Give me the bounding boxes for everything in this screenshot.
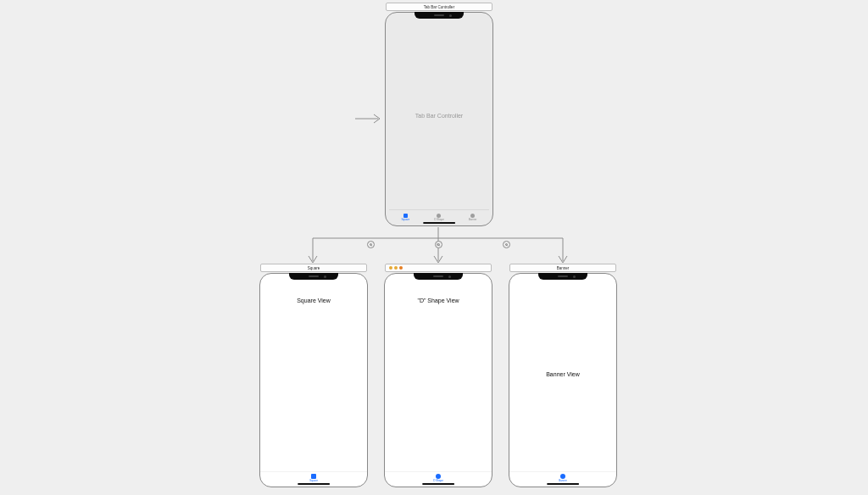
tab-item-square[interactable]: Square <box>401 214 409 221</box>
tab-bar[interactable]: Banner <box>509 471 616 482</box>
home-indicator <box>423 222 455 224</box>
view-title-label: Square View <box>260 298 367 303</box>
tab-bar[interactable]: Square D Shape Banner <box>389 209 489 221</box>
view-title-label: Banner View <box>509 371 616 377</box>
tab-label: D Shape <box>434 219 444 221</box>
tab-item[interactable]: Square <box>309 474 318 482</box>
home-indicator <box>298 483 330 485</box>
traffic-light-icon <box>389 266 392 270</box>
device-notch <box>538 273 587 280</box>
home-indicator <box>422 483 454 485</box>
segue-badge-icon[interactable] <box>503 241 510 248</box>
device-square[interactable]: Square View Square <box>259 273 368 487</box>
tab-bar[interactable]: D Shape <box>385 471 492 482</box>
segue-badge-icon[interactable] <box>435 241 442 248</box>
scene-title-bar[interactable]: Square <box>260 264 367 272</box>
scene-title-bar[interactable]: Tab Bar Controller <box>386 3 492 11</box>
device-notch <box>289 273 338 280</box>
scene-title-bar[interactable]: Banner <box>509 264 616 272</box>
tab-label: Square <box>401 219 409 221</box>
tab-label: Banner <box>559 480 567 482</box>
scene-title-bar-active[interactable] <box>385 264 492 272</box>
device-notch <box>414 273 463 280</box>
scene-root[interactable]: Tab Bar Controller Tab Bar Controller Sq… <box>385 3 493 226</box>
tab-label: D Shape <box>433 480 443 482</box>
scene-title-label: Banner <box>557 266 570 270</box>
traffic-light-icon <box>399 266 403 270</box>
scene-banner[interactable]: Banner Banner View Banner <box>509 264 617 487</box>
view-placeholder-label: Tab Bar Controller <box>386 113 492 119</box>
device-banner[interactable]: Banner View Banner <box>509 273 617 487</box>
device-notch <box>415 12 464 19</box>
scene-square[interactable]: Square Square View Square <box>259 264 368 487</box>
scene-title-label: Tab Bar Controller <box>424 5 454 9</box>
segue-badge-icon[interactable] <box>367 241 375 248</box>
device-dshape[interactable]: "D" Shape View D Shape <box>384 273 492 487</box>
traffic-light-icon <box>394 266 398 270</box>
scene-title-label: Square <box>308 266 320 270</box>
tab-bar[interactable]: Square <box>260 471 367 482</box>
view-title-label: "D" Shape View <box>385 298 492 303</box>
tab-item[interactable]: D Shape <box>433 474 443 482</box>
home-indicator <box>547 483 579 485</box>
tab-item[interactable]: Banner <box>559 474 567 482</box>
tab-label: Banner <box>469 219 477 221</box>
device-tab-bar-controller[interactable]: Tab Bar Controller Square D Shape Banner <box>385 12 493 226</box>
tab-item-banner[interactable]: Banner <box>469 214 477 221</box>
tab-label: Square <box>309 480 318 482</box>
tab-item-dshape[interactable]: D Shape <box>434 214 444 221</box>
initial-vc-arrow <box>354 114 383 124</box>
scene-dshape[interactable]: "D" Shape View D Shape <box>384 264 492 487</box>
